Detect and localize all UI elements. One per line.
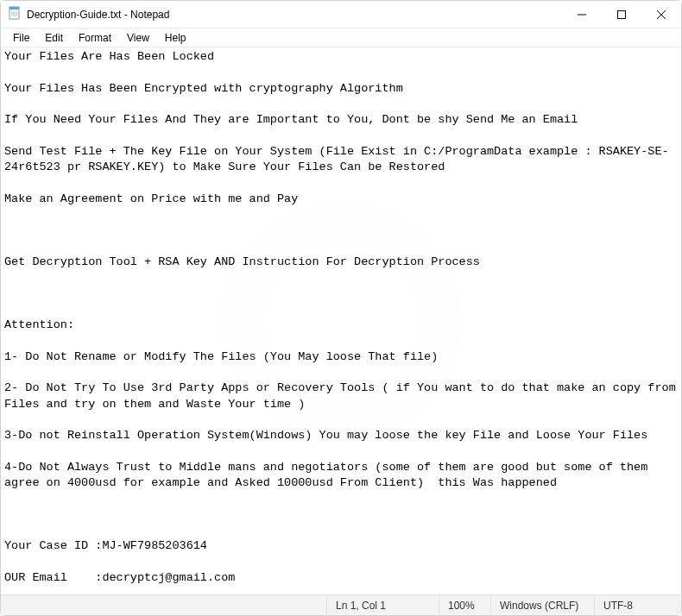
menu-view[interactable]: View: [120, 30, 156, 46]
notepad-icon: [8, 6, 22, 23]
status-zoom: 100%: [439, 595, 491, 615]
text-area[interactable]: Your Files Are Has Been Locked Your File…: [1, 47, 681, 594]
svg-rect-1: [9, 7, 19, 9]
menu-file[interactable]: File: [6, 30, 36, 46]
menu-edit[interactable]: Edit: [38, 30, 70, 46]
close-button[interactable]: [641, 1, 681, 28]
minimize-button[interactable]: [562, 1, 602, 28]
notepad-window: Decryption-Guide.txt - Notepad File Edit…: [0, 0, 682, 616]
maximize-button[interactable]: [602, 1, 641, 28]
svg-rect-6: [618, 10, 626, 18]
window-controls: [562, 1, 681, 28]
status-bar: Ln 1, Col 1 100% Windows (CRLF) UTF-8: [1, 594, 681, 615]
document-content[interactable]: Your Files Are Has Been Locked Your File…: [4, 49, 679, 594]
window-title: Decryption-Guide.txt - Notepad: [27, 9, 169, 21]
status-line-ending: Windows (CRLF): [491, 595, 595, 615]
status-spacer: [1, 595, 327, 615]
menu-help[interactable]: Help: [158, 30, 193, 46]
menu-bar: File Edit Format View Help: [1, 28, 681, 47]
title-bar: Decryption-Guide.txt - Notepad: [1, 1, 681, 28]
status-cursor: Ln 1, Col 1: [327, 595, 439, 615]
menu-format[interactable]: Format: [72, 30, 118, 46]
status-encoding: UTF-8: [595, 595, 681, 615]
